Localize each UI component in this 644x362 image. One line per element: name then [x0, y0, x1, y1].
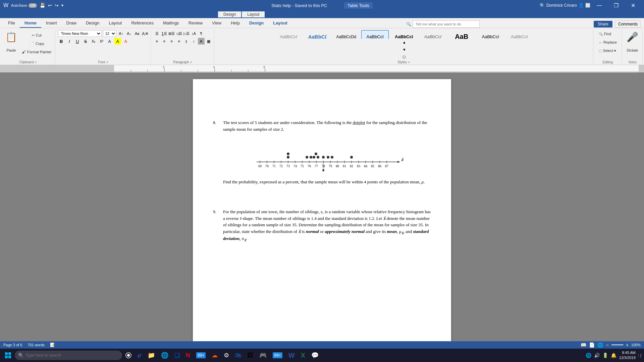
- styles-scroll-down[interactable]: ▼: [401, 46, 408, 53]
- redo-icon[interactable]: ↪: [55, 3, 59, 8]
- italic-btn[interactable]: I: [66, 38, 73, 45]
- align-right-btn[interactable]: ≡: [168, 38, 175, 45]
- bullets-btn[interactable]: ☰: [154, 30, 160, 37]
- zoom-in-btn[interactable]: +: [626, 342, 629, 348]
- customize-icon[interactable]: ▾: [61, 3, 63, 8]
- clipboard-expand-icon[interactable]: ↗: [34, 61, 37, 64]
- soundcloud-btn[interactable]: ☁: [209, 349, 220, 361]
- style-subtitle[interactable]: AaBbCcI Subtitle: [419, 30, 446, 39]
- network-icon[interactable]: 🌐: [586, 353, 591, 358]
- tab-design-tt[interactable]: Design: [245, 19, 268, 28]
- photos-btn[interactable]: 🖼: [245, 349, 256, 361]
- columns-btn[interactable]: ⫿: [183, 38, 190, 45]
- volume-icon[interactable]: 🔊: [594, 353, 600, 358]
- line-spacing-btn[interactable]: ↕: [191, 38, 197, 45]
- proofread-icon[interactable]: 📝: [50, 343, 55, 347]
- tab-help[interactable]: Help: [226, 19, 245, 28]
- align-center-btn[interactable]: ≡: [161, 38, 168, 45]
- close-btn[interactable]: ✕: [625, 0, 641, 11]
- shading-btn[interactable]: A: [198, 38, 205, 45]
- paste-btn[interactable]: 📋 Paste: [3, 30, 19, 54]
- print-layout-icon[interactable]: 📄: [589, 342, 595, 348]
- ribbon-display-btn[interactable]: ⬜: [585, 3, 590, 8]
- quick-save-icon[interactable]: 💾: [40, 3, 45, 8]
- tab-draw[interactable]: Draw: [62, 19, 81, 28]
- tab-home[interactable]: Home: [20, 19, 41, 28]
- change-case-btn[interactable]: Aa: [134, 30, 141, 37]
- style-normal[interactable]: AaBbCcI ↑ Normal: [361, 30, 389, 39]
- align-left-btn[interactable]: ≡: [154, 38, 160, 45]
- tab-design[interactable]: Design: [81, 19, 104, 28]
- explorer-btn[interactable]: 📁: [145, 349, 158, 361]
- show-desktop-btn[interactable]: │: [638, 354, 642, 357]
- tab-references[interactable]: References: [126, 19, 158, 28]
- format-painter-btn[interactable]: 🖌 Format Painter: [20, 48, 53, 56]
- clear-format-btn[interactable]: A✕: [142, 30, 149, 37]
- autosave-toggle[interactable]: AutoSave Off: [11, 3, 37, 8]
- settings-btn[interactable]: ⚙: [221, 349, 232, 361]
- style-nospace[interactable]: AaBbCcI ↑ No Spac...: [477, 30, 504, 39]
- zoom-out-btn[interactable]: −: [606, 342, 608, 348]
- show-hide-btn[interactable]: ¶: [198, 30, 205, 37]
- styles-more-btn[interactable]: ⬡: [401, 54, 408, 60]
- zoom-slider[interactable]: ━━━━━: [611, 343, 623, 347]
- underline-btn[interactable]: U: [74, 38, 81, 45]
- font-expand-icon[interactable]: ↗: [106, 61, 108, 64]
- task-view-btn[interactable]: [123, 349, 134, 361]
- font-name-select[interactable]: Times New Rom: [58, 30, 102, 37]
- excel-btn[interactable]: X: [298, 349, 308, 361]
- tab-layout[interactable]: Layout: [104, 19, 126, 28]
- text-effects-btn[interactable]: A: [106, 38, 113, 45]
- increase-indent-btn[interactable]: ▷☰: [183, 30, 190, 37]
- tab-file[interactable]: File: [3, 19, 20, 28]
- discord-btn[interactable]: 💬: [309, 349, 321, 361]
- word-btn[interactable]: W: [286, 349, 298, 361]
- share-btn[interactable]: Share: [594, 21, 612, 27]
- superscript-btn[interactable]: X²: [98, 38, 105, 45]
- replace-btn[interactable]: ↔ Replace: [596, 39, 620, 46]
- sort-btn[interactable]: ↕A: [191, 30, 197, 37]
- netflix-btn[interactable]: N: [183, 349, 193, 361]
- dropbox-btn[interactable]: ❑: [172, 349, 182, 361]
- shrink-font-btn[interactable]: A↓: [126, 30, 132, 37]
- taskbar-search-input[interactable]: [15, 351, 122, 360]
- layout-tab-tt[interactable]: Layout: [242, 11, 265, 17]
- style-listpara[interactable]: AaBbCcDd ↑ List Para...: [332, 30, 360, 39]
- design-tab-tt[interactable]: Design: [218, 11, 241, 17]
- minimize-btn[interactable]: —: [592, 0, 607, 11]
- strikethrough-btn[interactable]: S̶: [82, 38, 89, 45]
- restore-btn[interactable]: ❐: [608, 0, 624, 11]
- start-btn[interactable]: [2, 349, 14, 361]
- chrome-btn[interactable]: 🌐: [158, 349, 171, 361]
- find-btn[interactable]: 🔍 Find: [596, 30, 614, 38]
- undo-icon[interactable]: ↩: [48, 3, 52, 8]
- profile-icon[interactable]: 👤: [578, 3, 584, 8]
- numbering-btn[interactable]: 1̲☰: [161, 30, 168, 37]
- copy-btn[interactable]: 📄 Copy: [20, 40, 53, 47]
- decrease-indent-btn[interactable]: ◁☰: [176, 30, 182, 37]
- read-mode-icon[interactable]: 📖: [581, 342, 586, 348]
- counter2-btn[interactable]: 99+: [270, 349, 285, 361]
- style-emphasis[interactable]: AaBbCcI Emphasis: [275, 30, 302, 39]
- select-btn[interactable]: ⬚ Select ▾: [596, 47, 619, 54]
- tab-layout-tt[interactable]: Layout: [268, 19, 292, 28]
- tell-me-input[interactable]: [413, 20, 480, 28]
- search-ribbon-icon[interactable]: 🔍: [540, 3, 545, 8]
- web-layout-icon[interactable]: 🌐: [597, 342, 603, 348]
- subscript-btn[interactable]: X₂: [90, 38, 97, 45]
- tab-mailings[interactable]: Mailings: [158, 19, 184, 28]
- dictate-btn[interactable]: 🎤 Dictate: [625, 30, 640, 54]
- style-title[interactable]: AaB Title: [448, 30, 475, 39]
- justify-btn[interactable]: ≡: [176, 38, 182, 45]
- styles-scroll-up[interactable]: ▲: [401, 39, 408, 46]
- notification-icon[interactable]: 🔔: [611, 353, 616, 358]
- tab-review[interactable]: Review: [184, 19, 208, 28]
- borders-btn[interactable]: ▦: [205, 38, 212, 45]
- store-btn[interactable]: 🛍: [232, 349, 244, 361]
- tab-insert[interactable]: Insert: [41, 19, 62, 28]
- comments-btn[interactable]: Comments: [615, 20, 641, 28]
- doc-area[interactable]: 8. The test scores of 5 students are und…: [0, 72, 644, 341]
- steam-btn[interactable]: 🎮: [257, 349, 269, 361]
- style-heading1[interactable]: AaBbC( Heading 1: [304, 30, 331, 39]
- highlight-btn[interactable]: A: [114, 38, 121, 45]
